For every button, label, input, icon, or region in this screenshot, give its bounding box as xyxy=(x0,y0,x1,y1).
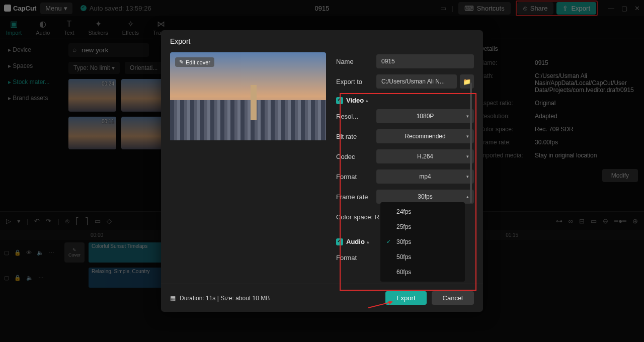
codec-select[interactable]: H.264 xyxy=(376,149,474,163)
export-preview: ✎Edit cover xyxy=(170,52,326,140)
video-section-label: Video ▴ xyxy=(336,97,474,104)
fps-option-24[interactable]: 24fps xyxy=(380,204,465,219)
pencil-icon: ✎ xyxy=(179,59,184,65)
framerate-select[interactable]: 30fps xyxy=(376,190,474,204)
fps-option-50[interactable]: 50fps xyxy=(380,249,465,265)
framerate-dropdown: 24fps 25fps 30fps 50fps 60fps xyxy=(380,202,465,282)
audio-checkbox[interactable] xyxy=(336,238,343,245)
modal-footer: ▦ Duration: 11s | Size: about 10 MB Expo… xyxy=(161,284,483,312)
export-path: C:/Users/Usman Ali N... xyxy=(376,74,457,89)
export-duration-info: ▦ Duration: 11s | Size: about 10 MB xyxy=(170,295,270,302)
export-settings: Name Export to C:/Users/Usman Ali N... 📁… xyxy=(336,52,474,280)
resolution-select[interactable]: 1080P xyxy=(376,109,474,123)
modal-title: Export xyxy=(161,30,483,52)
export-modal: Export ✎Edit cover Name Export to C:/Use… xyxy=(161,30,483,312)
collapse-icon[interactable]: ▴ xyxy=(366,98,368,103)
fps-option-25[interactable]: 25fps xyxy=(380,219,465,234)
export-name-input[interactable] xyxy=(376,54,474,68)
format-select[interactable]: mp4 xyxy=(376,169,474,184)
edit-cover-button[interactable]: ✎Edit cover xyxy=(175,57,214,67)
video-checkbox[interactable] xyxy=(336,97,343,104)
scrollbar[interactable] xyxy=(470,82,472,203)
bitrate-select[interactable]: Recommended xyxy=(376,129,474,143)
fps-option-30[interactable]: 30fps xyxy=(380,234,465,249)
film-icon: ▦ xyxy=(170,295,176,302)
fps-option-60[interactable]: 60fps xyxy=(380,265,465,280)
cancel-button[interactable]: Cancel xyxy=(432,291,474,305)
collapse-icon[interactable]: ▴ xyxy=(367,239,369,244)
export-confirm-button[interactable]: Export xyxy=(385,291,427,305)
